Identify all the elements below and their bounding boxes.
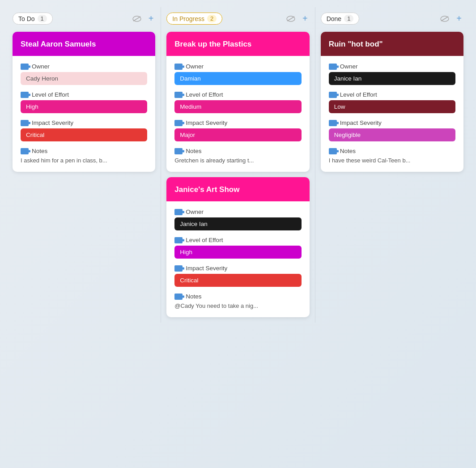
notes-text-break-plastics: Gretchen is already starting t... <box>174 157 301 165</box>
field-label-notes-steal-aaron: Notes <box>21 148 147 154</box>
field-icon-impact-steal-aaron <box>21 120 29 126</box>
add-card-button-todo[interactable]: + <box>147 13 156 25</box>
field-owner-ruin-hot-bod: OwnerJanice Ian <box>329 63 455 85</box>
card-ruin-hot-bod[interactable]: Ruin "hot bod"OwnerJanice IanLevel of Ef… <box>321 32 463 172</box>
field-icon-notes-break-plastics <box>174 148 183 154</box>
column-title-inprogress: In Progress <box>172 15 204 22</box>
card-body-janice-art-show: OwnerJanice IanLevel of EffortHighImpact… <box>166 201 309 317</box>
field-impact-break-plastics: Impact SeverityMajor <box>174 119 301 141</box>
notes-text-janice-art-show: @Cady You need to take a nig... <box>174 302 301 310</box>
field-label-level-ruin-hot-bod: Level of Effort <box>329 91 455 98</box>
card-body-ruin-hot-bod: OwnerJanice IanLevel of EffortLowImpact … <box>321 56 463 172</box>
card-title-ruin-hot-bod: Ruin "hot bod" <box>321 32 463 56</box>
field-label-text-impact-ruin-hot-bod: Impact Severity <box>340 119 382 126</box>
field-icon-impact-ruin-hot-bod <box>329 120 337 126</box>
notes-text-ruin-hot-bod: I have these weird Cal-Teen b... <box>329 157 455 165</box>
field-icon-level-steal-aaron <box>21 92 29 98</box>
field-label-text-impact-break-plastics: Impact Severity <box>186 119 227 126</box>
svg-line-5 <box>441 17 448 21</box>
field-label-level-steal-aaron: Level of Effort <box>21 91 147 98</box>
field-label-level-break-plastics: Level of Effort <box>174 91 301 98</box>
field-level-ruin-hot-bod: Level of EffortLow <box>329 91 455 113</box>
column-count-todo: 1 <box>38 15 47 22</box>
field-value-owner-janice-art-show[interactable]: Janice Ian <box>174 217 301 230</box>
field-icon-level-ruin-hot-bod <box>329 92 337 98</box>
column-title-badge-inprogress: In Progress2 <box>166 13 222 25</box>
field-label-text-level-break-plastics: Level of Effort <box>186 91 223 98</box>
field-label-text-notes-janice-art-show: Notes <box>186 293 201 300</box>
field-icon-owner-break-plastics <box>174 64 183 70</box>
field-label-text-owner-janice-art-show: Owner <box>186 208 204 215</box>
card-title-break-plastics: Break up the Plastics <box>166 32 309 56</box>
field-value-level-janice-art-show[interactable]: High <box>174 246 301 259</box>
column-header-done: Done1+ <box>321 13 463 25</box>
field-label-text-notes-steal-aaron: Notes <box>32 148 47 154</box>
field-icon-owner-janice-art-show <box>174 209 183 215</box>
column-header-inprogress: In Progress2+ <box>166 13 309 25</box>
field-label-owner-break-plastics: Owner <box>174 63 301 70</box>
column-done: Done1+Ruin "hot bod"OwnerJanice IanLevel… <box>315 7 469 177</box>
card-body-break-plastics: OwnerDamianLevel of EffortMediumImpact S… <box>166 56 309 172</box>
field-label-text-impact-janice-art-show: Impact Severity <box>186 265 227 272</box>
field-icon-notes-steal-aaron <box>21 148 29 154</box>
column-count-done: 1 <box>344 15 353 22</box>
field-label-notes-break-plastics: Notes <box>174 148 301 154</box>
field-value-impact-ruin-hot-bod[interactable]: Negligible <box>329 128 455 141</box>
field-notes-break-plastics: NotesGretchen is already starting t... <box>174 148 301 165</box>
field-value-level-break-plastics[interactable]: Medium <box>174 100 301 113</box>
field-value-level-ruin-hot-bod[interactable]: Low <box>329 100 455 113</box>
field-value-owner-steal-aaron[interactable]: Cady Heron <box>21 72 147 85</box>
column-title-badge-todo: To Do1 <box>13 13 53 25</box>
field-label-impact-steal-aaron: Impact Severity <box>21 119 147 126</box>
field-label-text-owner-break-plastics: Owner <box>186 63 204 70</box>
field-label-level-janice-art-show: Level of Effort <box>174 237 301 243</box>
field-icon-impact-janice-art-show <box>174 265 183 272</box>
card-title-janice-art-show: Janice's Art Show <box>166 177 309 201</box>
add-card-button-inprogress[interactable]: + <box>301 13 310 25</box>
hide-column-button-todo[interactable] <box>131 15 143 23</box>
card-body-steal-aaron: OwnerCady HeronLevel of EffortHighImpact… <box>13 56 155 172</box>
hide-column-button-done[interactable] <box>438 15 451 23</box>
kanban-board: To Do1+Steal Aaron SamuelsOwnerCady Hero… <box>7 7 469 323</box>
field-owner-steal-aaron: OwnerCady Heron <box>21 63 147 85</box>
field-owner-break-plastics: OwnerDamian <box>174 63 301 85</box>
field-value-impact-janice-art-show[interactable]: Critical <box>174 274 301 287</box>
field-value-owner-break-plastics[interactable]: Damian <box>174 72 301 85</box>
add-card-button-done[interactable]: + <box>455 13 463 25</box>
svg-line-1 <box>133 17 140 21</box>
column-header-todo: To Do1+ <box>13 13 155 25</box>
field-label-text-level-janice-art-show: Level of Effort <box>186 237 223 243</box>
field-level-break-plastics: Level of EffortMedium <box>174 91 301 113</box>
column-title-done: Done <box>327 15 341 22</box>
card-break-plastics[interactable]: Break up the PlasticsOwnerDamianLevel of… <box>166 32 309 172</box>
field-label-text-level-steal-aaron: Level of Effort <box>32 91 69 98</box>
field-impact-steal-aaron: Impact SeverityCritical <box>21 119 147 141</box>
field-owner-janice-art-show: OwnerJanice Ian <box>174 208 301 230</box>
field-label-impact-break-plastics: Impact Severity <box>174 119 301 126</box>
field-notes-janice-art-show: Notes@Cady You need to take a nig... <box>174 293 301 310</box>
field-label-text-owner-steal-aaron: Owner <box>32 63 50 70</box>
field-value-level-steal-aaron[interactable]: High <box>21 100 147 113</box>
column-actions-done: + <box>438 13 463 25</box>
field-icon-level-janice-art-show <box>174 237 183 243</box>
field-impact-ruin-hot-bod: Impact SeverityNegligible <box>329 119 455 141</box>
field-value-impact-break-plastics[interactable]: Major <box>174 128 301 141</box>
column-actions-todo: + <box>131 13 156 25</box>
column-inprogress: In Progress2+Break up the PlasticsOwnerD… <box>161 7 314 323</box>
field-value-impact-steal-aaron[interactable]: Critical <box>21 128 147 141</box>
column-title-todo: To Do <box>18 15 35 22</box>
field-label-text-notes-break-plastics: Notes <box>186 148 201 154</box>
field-label-notes-janice-art-show: Notes <box>174 293 301 300</box>
field-icon-notes-ruin-hot-bod <box>329 148 337 154</box>
field-icon-owner-ruin-hot-bod <box>329 64 337 70</box>
notes-text-steal-aaron: I asked him for a pen in class, b... <box>21 157 147 165</box>
card-title-steal-aaron: Steal Aaron Samuels <box>13 32 155 56</box>
field-icon-level-break-plastics <box>174 92 183 98</box>
hide-column-button-inprogress[interactable] <box>285 15 297 23</box>
field-label-impact-janice-art-show: Impact Severity <box>174 265 301 272</box>
field-value-owner-ruin-hot-bod[interactable]: Janice Ian <box>329 72 455 85</box>
card-steal-aaron[interactable]: Steal Aaron SamuelsOwnerCady HeronLevel … <box>13 32 155 172</box>
field-label-owner-janice-art-show: Owner <box>174 208 301 215</box>
field-label-text-level-ruin-hot-bod: Level of Effort <box>340 91 377 98</box>
card-janice-art-show[interactable]: Janice's Art ShowOwnerJanice IanLevel of… <box>166 177 309 317</box>
